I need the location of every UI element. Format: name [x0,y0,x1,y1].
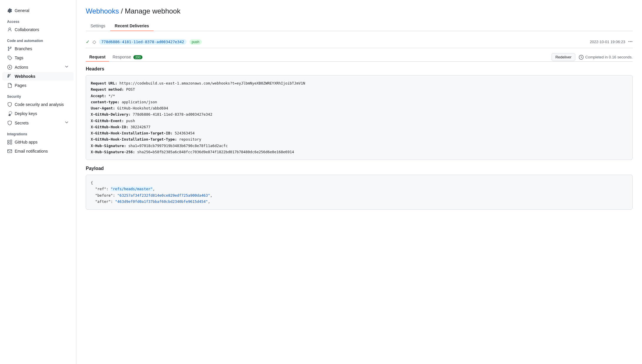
page-icon [7,83,12,88]
section-code-automation: Code and automation [0,36,76,44]
actions-chevron-icon [64,64,69,70]
header-request-method: Request method: POST [91,86,628,92]
sidebar-secrets-label: Secrets [15,121,28,125]
star-icon [7,120,12,126]
header-content-type: content-type: application/json [91,99,628,105]
breadcrumb-link[interactable]: Webhooks [86,7,119,15]
header-x-github-hook-installation-target-id: X-GitHub-Hook-Installation-Target-ID: 52… [91,130,628,136]
play-icon [7,65,12,70]
payload-line-1: { [91,180,628,186]
webhook-icon [7,74,12,79]
sidebar-item-general[interactable]: General [2,6,74,15]
sidebar-item-pages[interactable]: Pages [2,81,74,90]
sidebar-email-notifications-label: Email notifications [15,149,48,154]
header-x-hub-signature-256: X-Hub-Signature-256: sha256=b58fb2385a6c… [91,149,628,155]
key-icon [7,111,12,116]
person-icon [7,27,12,32]
sidebar-code-security-label: Code security and analysis [15,102,64,107]
header-x-hub-signature: X-Hub-Signature: sha1=97018cb7997919b348… [91,143,628,149]
payload-line-4: "after": "463d9ef0fd0a1f37bbaf60cbd2340b… [91,198,628,205]
response-badge: 200 [133,55,142,59]
sidebar-item-code-security[interactable]: Code security and analysis [2,100,74,109]
main-content: Webhooks / Manage webhook Settings Recen… [76,0,642,364]
sidebar-item-collaborators[interactable]: Collaborators [2,25,74,34]
header-x-github-hook-installation-target-type: X-GitHub-Hook-Installation-Target-Type: … [91,136,628,142]
sidebar: General Access Collaborators Code and au… [0,0,76,364]
payload-line-2: "ref": "refs/heads/master", [91,186,628,192]
headers-code-block: Request URL: https://codebuild.us-east-1… [86,75,633,160]
sidebar-pages-label: Pages [15,83,26,88]
payload-title: Payload [86,166,633,171]
secrets-chevron-icon [64,120,69,126]
delivery-event-badge: push [189,39,202,45]
payload-line-3: "before": "63257af34f232fd814e0ce829edf7… [91,192,628,198]
tab-request[interactable]: Request [86,53,109,62]
main-tabs: Settings Recent Deliveries [86,21,633,31]
header-accept: Accept: */* [91,93,628,99]
sidebar-item-tags[interactable]: Tags [2,53,74,62]
section-security: Security [0,92,76,100]
sidebar-deploy-keys-label: Deploy keys [15,111,37,116]
header-request-url: Request URL: https://codebuild.us-east-1… [91,80,628,86]
header-x-github-event: X-GitHub-Event: push [91,118,628,124]
sidebar-item-webhooks[interactable]: Webhooks [2,72,74,81]
page-title: Webhooks / Manage webhook [86,7,633,15]
section-integrations: Integrations [0,130,76,137]
sidebar-github-apps-label: GitHub apps [15,140,38,144]
sidebar-collaborators-label: Collaborators [15,27,39,32]
sidebar-tags-label: Tags [15,55,23,60]
delivery-timestamp: 2022-10-01 19:06:23 [590,40,625,44]
delivery-cube-icon: ◇ [93,39,96,45]
breadcrumb-separator: / [121,7,125,15]
sidebar-item-branches[interactable]: Branches [2,44,74,53]
tab-response[interactable]: Response 200 [109,53,146,62]
sidebar-actions-label: Actions [15,65,28,70]
sidebar-item-secrets[interactable]: Secrets [2,118,74,127]
sidebar-item-deploy-keys[interactable]: Deploy keys [2,109,74,118]
tab-recent-deliveries[interactable]: Recent Deliveries [110,21,154,31]
sidebar-item-actions[interactable]: Actions [2,63,74,72]
completed-text: Completed in 0.16 seconds. [579,55,633,60]
mail-icon [7,149,12,154]
sidebar-item-github-apps[interactable]: GitHub apps [2,138,74,146]
gear-icon [7,8,12,13]
sidebar-general-label: General [15,8,29,13]
sidebar-item-email-notifications[interactable]: Email notifications [2,147,74,156]
delivery-more-button[interactable]: ··· [628,39,633,45]
delivery-check-icon: ✓ [86,39,90,45]
apps-icon [7,139,12,145]
git-branch-icon [7,46,12,51]
shield-icon [7,102,12,107]
delivery-row: ✓ ◇ 778d6886-4181-11ed-8378-ad003427e342… [86,36,633,48]
delivery-id[interactable]: 778d6886-4181-11ed-8378-ad003427e342 [99,39,186,45]
sidebar-branches-label: Branches [15,46,32,51]
tab-settings[interactable]: Settings [86,21,110,31]
section-access: Access [0,17,76,25]
header-user-agent: User-Agent: GitHub-Hookshot/abbd694 [91,105,628,111]
payload-code-block: { "ref": "refs/heads/master", "before": … [86,175,633,210]
completed-message: Completed in 0.16 seconds. [585,55,633,59]
header-x-github-delivery: X-GitHub-Delivery: 778d6886-4181-11ed-83… [91,111,628,117]
tag-icon [7,55,12,60]
sidebar-webhooks-label: Webhooks [15,74,36,79]
header-x-github-hook-id: X-GitHub-Hook-ID: 382242677 [91,124,628,130]
inner-tabs: Request Response 200 Redeliver Completed… [86,53,633,62]
page-subtitle: Manage webhook [125,7,180,15]
redeliver-button[interactable]: Redeliver [552,53,575,61]
headers-title: Headers [86,66,633,72]
